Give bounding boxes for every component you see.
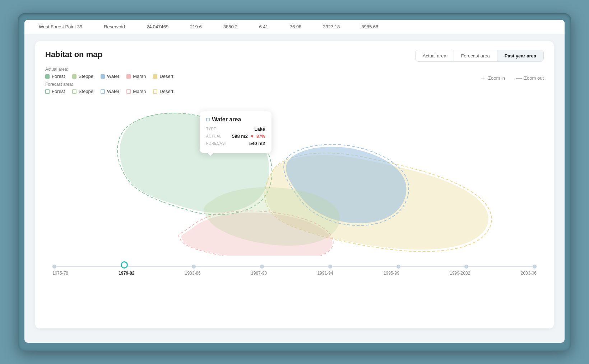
timeline-dot-3[interactable] — [260, 265, 264, 269]
forecast-steppe-icon — [72, 89, 76, 94]
legend-forecast-water: Water — [101, 89, 119, 94]
legend-actual-label: Actual area: — [45, 67, 544, 72]
tooltip-val-actual: 598 m2 — [232, 134, 248, 139]
forecast-water-icon — [101, 89, 105, 94]
legend-forecast-marsh: Marsh — [126, 89, 146, 94]
zoom-out-icon: — — [516, 74, 522, 82]
legend-forecast: Forecast area: Forest Steppe Water — [45, 82, 544, 94]
timeline-dot-1[interactable] — [121, 261, 128, 269]
desert-label: Desert — [159, 74, 173, 79]
marsh-icon — [126, 74, 131, 79]
timeline-dot-2[interactable] — [192, 265, 196, 269]
col-coord: 24.047469 — [147, 24, 168, 29]
timeline: 1975-78 1979-82 1983-86 1987-90 1991-94 … — [45, 266, 544, 276]
legend-forecast-steppe: Steppe — [72, 89, 93, 94]
forest-icon — [45, 74, 50, 79]
timeline-dot-7[interactable] — [533, 265, 537, 269]
view-tabs: Actual area Forecast area Past year area — [415, 50, 544, 62]
col-val4: 76.98 — [290, 24, 302, 29]
forecast-forest-label: Forest — [52, 89, 65, 94]
water-icon — [101, 74, 105, 79]
tooltip: Water area TYPE Lake ACTUAL 598 m2 ▼ 87% — [200, 111, 272, 153]
zoom-in-button[interactable]: ＋ Zoom in — [480, 74, 505, 82]
tooltip-key-actual: ACTUAL — [206, 134, 231, 138]
legend-item-steppe: Steppe — [72, 74, 93, 79]
zoom-controls: ＋ Zoom in — Zoom out — [480, 74, 544, 82]
trend-down-value: 87% — [256, 134, 265, 139]
timeline-track — [52, 266, 537, 267]
tooltip-title-text: Water area — [212, 116, 241, 123]
tooltip-key-forecast: FORECAST — [206, 141, 231, 145]
legend-actual: Actual area: Forest Steppe Water — [45, 67, 544, 79]
col-val5: 3927.18 — [323, 24, 340, 29]
col-location: West Forest Point 39 — [39, 24, 82, 29]
col-type: Reservoid — [104, 24, 125, 29]
forecast-marsh-icon — [126, 89, 131, 94]
legend-forecast-forest: Forest — [45, 89, 65, 94]
col-val3: 6.41 — [259, 24, 268, 29]
map-area[interactable]: Water area TYPE Lake ACTUAL 598 m2 ▼ 87% — [45, 98, 544, 256]
steppe-label: Steppe — [79, 74, 93, 79]
forecast-water-label: Water — [107, 89, 119, 94]
trend-down-icon: ▼ — [250, 134, 254, 139]
top-table-row: West Forest Point 39 Reservoid 24.047469… — [24, 20, 565, 34]
legend-forecast-desert: Desert — [153, 89, 173, 94]
tooltip-row-type: TYPE Lake — [206, 126, 265, 132]
tab-actual-area[interactable]: Actual area — [416, 50, 454, 61]
legend-forecast-items: Forest Steppe Water Marsh — [45, 89, 544, 94]
tooltip-dot-icon — [206, 118, 210, 121]
desert-icon — [153, 74, 157, 79]
tooltip-row-actual: ACTUAL 598 m2 ▼ 87% — [206, 134, 265, 139]
tooltip-actual-values: 598 m2 ▼ 87% — [232, 134, 265, 139]
timeline-dot-4[interactable] — [328, 265, 332, 269]
timeline-dot-0[interactable] — [52, 265, 56, 269]
tooltip-val-forecast: 540 m2 — [249, 141, 265, 146]
legend-forecast-label: Forecast area: — [45, 82, 544, 87]
water-label: Water — [107, 74, 119, 79]
legend-item-marsh: Marsh — [126, 74, 146, 79]
timeline-dots — [52, 265, 537, 272]
main-panel: Habitat on map Actual area Forecast area… — [35, 41, 554, 328]
legend-item-desert: Desert — [153, 74, 173, 79]
tooltip-key-type: TYPE — [206, 127, 231, 131]
timeline-dot-5[interactable] — [396, 265, 400, 269]
tooltip-title: Water area — [206, 116, 265, 123]
panel-header: Habitat on map Actual area Forecast area… — [45, 50, 544, 62]
legend-item-forest: Forest — [45, 74, 65, 79]
screen-inner: West Forest Point 39 Reservoid 24.047469… — [24, 20, 565, 343]
forecast-forest-icon — [45, 89, 50, 94]
marsh-label: Marsh — [133, 74, 146, 79]
tooltip-row-forecast: FORECAST 540 m2 — [206, 141, 265, 146]
tooltip-val-type: Lake — [254, 126, 265, 132]
steppe-icon — [72, 74, 76, 79]
col-val6: 8985.68 — [361, 24, 378, 29]
tab-past-year-area[interactable]: Past year area — [497, 50, 543, 61]
forecast-desert-label: Desert — [159, 89, 173, 94]
forecast-steppe-label: Steppe — [79, 89, 93, 94]
forest-label: Forest — [52, 74, 65, 79]
forecast-marsh-label: Marsh — [133, 89, 146, 94]
col-val2: 3850.2 — [223, 24, 238, 29]
forecast-desert-icon — [153, 89, 157, 94]
timeline-dot-6[interactable] — [464, 265, 468, 269]
col-val1: 219.6 — [190, 24, 202, 29]
tab-forecast-area[interactable]: Forecast area — [454, 50, 497, 61]
zoom-out-button[interactable]: — Zoom out — [516, 74, 544, 82]
map-svg — [45, 98, 544, 256]
zoom-in-icon: ＋ — [480, 74, 486, 82]
zoom-in-label: Zoom in — [488, 75, 505, 81]
legend-item-water: Water — [101, 74, 119, 79]
panel-title: Habitat on map — [45, 50, 102, 59]
zoom-out-label: Zoom out — [524, 75, 544, 81]
legend-actual-items: Forest Steppe Water Marsh — [45, 74, 544, 79]
screen-frame: West Forest Point 39 Reservoid 24.047469… — [18, 13, 571, 351]
